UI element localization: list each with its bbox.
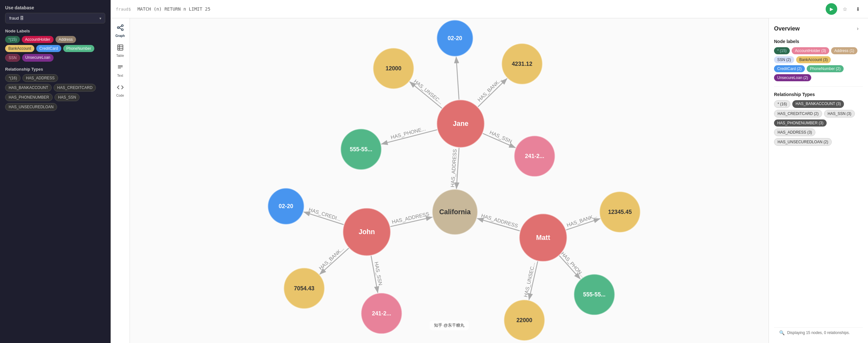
sidebar-node-label-tag[interactable]: BankAccount	[5, 45, 34, 52]
overview-rel-types-section: Relationship Types * (16)HAS_BANKACCOUNT…	[774, 92, 863, 146]
svg-point-1	[121, 25, 123, 27]
view-tabs: GraphTableTextCode	[111, 18, 130, 343]
overview-expand-button[interactable]: ›	[852, 24, 863, 34]
overview-rel-tag[interactable]: HAS_ADDRESS (3)	[774, 128, 815, 136]
graph-node-n241_top[interactable]: 241-2...	[514, 136, 555, 177]
sidebar-node-label-tag[interactable]: CreditCard	[36, 45, 61, 52]
sidebar-rel-type-tag[interactable]: HAS_PHONENUMBER	[5, 93, 53, 101]
edge-label: HAS_UNSEC...	[412, 78, 444, 105]
graph-node-california[interactable]: California	[432, 189, 477, 235]
graph-node-n4231[interactable]: 4231.12	[502, 44, 543, 84]
sidebar-node-label-tag[interactable]: AccountHolder	[22, 36, 54, 43]
overview-node-tag[interactable]: * (15)	[774, 47, 790, 54]
status-text: Displaying 15 nodes, 0 relationships.	[787, 331, 850, 335]
sidebar-node-label-tag[interactable]: Address	[56, 36, 76, 43]
overview-rel-tag[interactable]: HAS_PHONENUMBER (3)	[774, 119, 827, 126]
graph-node-john[interactable]: John	[343, 208, 391, 256]
node-label: 241-2...	[525, 153, 544, 159]
tab-code[interactable]: Code	[111, 81, 130, 101]
sidebar: Use database fraud 🗄 Node Labels *(15)Ac…	[0, 0, 111, 343]
sidebar-rel-type-tag[interactable]: HAS_SSN	[55, 93, 80, 101]
overview-rel-tag[interactable]: HAS_UNSECUREDLOAN (2)	[774, 138, 832, 146]
tab-label: Text	[117, 74, 123, 77]
edge-label: HAS_BANK...	[318, 246, 345, 271]
overview-rel-tags: * (16)HAS_BANKACCOUNT (3)HAS_CREDITCARD …	[774, 100, 863, 146]
overview-node-tag[interactable]: CreditCard (2)	[774, 65, 805, 72]
database-select-wrapper[interactable]: fraud 🗄	[5, 13, 105, 24]
overview-rel-tag[interactable]: HAS_SSN (3)	[824, 110, 855, 118]
database-select[interactable]: fraud 🗄	[5, 13, 105, 24]
overview-node-tag[interactable]: UnsecureLoan (2)	[774, 74, 811, 81]
node-labels-tags: *(15)AccountHolderAddressBankAccountCred…	[5, 36, 105, 62]
overview-node-tag[interactable]: Address (1)	[831, 47, 858, 54]
overview-node-tag[interactable]: BankAccount (3)	[796, 56, 831, 63]
zoom-icon[interactable]: 🔍	[779, 330, 784, 335]
node-label: 02-20	[448, 35, 462, 41]
svg-line-3	[119, 26, 121, 27]
node-label: 241-2...	[372, 310, 391, 317]
overview-node-tags: * (15)AccountHolder (3)Address (1)SSN (2…	[774, 47, 863, 81]
graph-node-n7054[interactable]: 7054.43	[284, 268, 324, 309]
sidebar-rel-type-tag[interactable]: HAS_ADDRESS	[23, 74, 58, 82]
download-button[interactable]: ⬇	[852, 4, 863, 14]
graph-node-matt[interactable]: Matt	[519, 213, 567, 261]
graph-node-n12345[interactable]: 12345.45	[599, 192, 641, 232]
rel-types-tags: *(16)HAS_ADDRESSHAS_BANKACCOUNTHAS_CREDI…	[5, 74, 105, 111]
sidebar-rel-type-tag[interactable]: HAS_CREDITCARD	[54, 84, 96, 91]
node-labels-section: Node Labels *(15)AccountHolderAddressBan…	[5, 29, 105, 62]
run-button[interactable]: ▶	[826, 3, 837, 15]
sidebar-node-label-tag[interactable]: *(15)	[5, 36, 20, 43]
node-label: 7054.43	[294, 285, 314, 292]
sidebar-node-label-tag[interactable]: PhoneNumber	[63, 45, 94, 52]
overview-divider	[774, 86, 863, 87]
tab-table[interactable]: Table	[111, 41, 130, 61]
edge-label: HAS_PHON...	[560, 251, 586, 279]
node-label: 555-55...	[350, 146, 372, 152]
svg-point-2	[121, 29, 123, 31]
graph-node-n02_20_left[interactable]: 02-20	[268, 188, 304, 225]
main-content: fraud$ ▶ ☆ ⬇ GraphTableTextCode HAS_BANK…	[111, 0, 868, 343]
status-bar: 🔍 Displaying 15 nodes, 0 relationships.	[774, 327, 863, 338]
overview-rel-tag[interactable]: * (16)	[774, 100, 790, 108]
graph-node-jane[interactable]: Jane	[437, 100, 484, 148]
overview-node-tag[interactable]: SSN (2)	[774, 56, 794, 63]
graph-node-n555_bot[interactable]: 555-55...	[574, 274, 615, 315]
overview-rel-tag[interactable]: HAS_CREDITCARD (2)	[774, 110, 822, 118]
tab-graph[interactable]: Graph	[111, 21, 130, 41]
graph-node-n12000[interactable]: 12000	[373, 48, 414, 89]
svg-point-0	[117, 27, 119, 29]
node-label: California	[439, 208, 471, 216]
node-label: 4231.12	[512, 61, 532, 67]
edge-label: HAS_SSN	[373, 261, 383, 286]
favorite-button[interactable]: ☆	[840, 4, 850, 14]
graph-node-n22000[interactable]: 22000	[504, 299, 545, 341]
overview-rel-tag[interactable]: HAS_BANKACCOUNT (3)	[792, 100, 844, 108]
rel-types-title: Relationship Types	[5, 67, 105, 72]
node-label: Matt	[536, 234, 550, 241]
query-prompt: fraud$	[116, 7, 131, 11]
text-icon	[117, 64, 124, 73]
sidebar-rel-type-tag[interactable]: *(16)	[5, 74, 21, 82]
tab-text[interactable]: Text	[111, 61, 130, 81]
node-label: 12345.45	[608, 209, 632, 215]
graph-area[interactable]: HAS_BANK...HAS_UNSEC...HAS_SSNHAS_PHONE.…	[130, 18, 769, 343]
table-icon	[117, 44, 124, 53]
overview-header: Overview ›	[774, 24, 863, 34]
sidebar-node-label-tag[interactable]: UnsecureLoan	[22, 54, 54, 62]
overview-node-tag[interactable]: PhoneNumber (2)	[807, 65, 844, 72]
node-label: 02-20	[279, 203, 293, 209]
graph-node-n02_20_top[interactable]: 02-20	[437, 20, 473, 57]
overview-node-labels-title: Node labels	[774, 39, 863, 44]
query-bar: fraud$ ▶ ☆ ⬇	[111, 0, 868, 18]
content-area: GraphTableTextCode HAS_BANK...HAS_UNSEC.…	[111, 18, 868, 343]
graph-edge	[409, 82, 442, 109]
graph-node-n241_bot[interactable]: 241-2...	[361, 293, 402, 334]
overview-panel: Overview › Node labels * (15)AccountHold…	[769, 18, 868, 343]
code-icon	[117, 84, 124, 92]
sidebar-rel-type-tag[interactable]: HAS_UNSECUREDLOAN	[5, 103, 57, 111]
query-input[interactable]	[135, 6, 822, 11]
sidebar-rel-type-tag[interactable]: HAS_BANKACCOUNT	[5, 84, 52, 91]
sidebar-node-label-tag[interactable]: SSN	[5, 54, 20, 62]
graph-node-n555_top[interactable]: 555-55...	[341, 129, 382, 170]
overview-node-tag[interactable]: AccountHolder (3)	[792, 47, 829, 54]
